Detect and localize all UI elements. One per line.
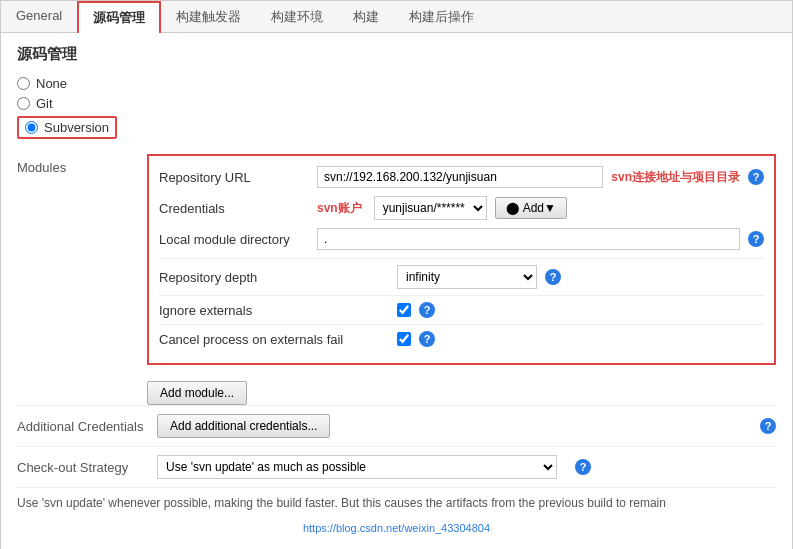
additional-credentials-section: Additional Credentials Add additional cr…	[17, 405, 776, 446]
tab-build[interactable]: 构建	[338, 1, 394, 33]
ignore-externals-checkbox[interactable]	[397, 303, 411, 317]
tab-general[interactable]: General	[1, 1, 77, 33]
repo-depth-row: Repository depth infinity empty files im…	[159, 258, 764, 295]
add-arrow-icon: ⬤	[506, 201, 519, 215]
depth-select[interactable]: infinity empty files immediates	[397, 265, 537, 289]
page-title: 源码管理	[17, 45, 776, 64]
radio-none-label: None	[36, 76, 67, 91]
radio-git[interactable]: Git	[17, 96, 776, 111]
repo-url-value: svn连接地址与项目目录	[317, 166, 740, 188]
repo-url-annotation: svn连接地址与项目目录	[611, 169, 740, 186]
credentials-select[interactable]: yunjisuan/******	[374, 196, 487, 220]
add-credentials-button[interactable]: Add additional credentials...	[157, 414, 330, 438]
ignore-externals-label: Ignore externals	[159, 303, 389, 318]
credentials-help-icon[interactable]: ?	[760, 418, 776, 434]
cancel-externals-label: Cancel process on externals fail	[159, 332, 389, 347]
radio-subversion[interactable]: Subversion	[17, 116, 117, 139]
repo-url-row: Repository URL svn连接地址与项目目录 ?	[159, 166, 764, 188]
modules-inner: Repository URL svn连接地址与项目目录 ? Credential…	[147, 154, 776, 405]
tab-source[interactable]: 源码管理	[77, 1, 161, 33]
credentials-row: Credentials svn账户 yunjisuan/****** ⬤ Add…	[159, 196, 764, 220]
tab-bar: General 源码管理 构建触发器 构建环境 构建 构建后操作	[1, 1, 792, 33]
local-dir-value	[317, 228, 740, 250]
radio-none[interactable]: None	[17, 76, 776, 91]
add-module-row: Add module...	[147, 373, 776, 405]
repo-url-help-icon[interactable]: ?	[748, 169, 764, 185]
checkout-strategy-select[interactable]: Use 'svn update' as much as possible Alw…	[157, 455, 557, 479]
additional-credentials-label: Additional Credentials	[17, 419, 147, 434]
checkout-strategy-section: Check-out Strategy Use 'svn update' as m…	[17, 446, 776, 487]
modules-box: Repository URL svn连接地址与项目目录 ? Credential…	[147, 154, 776, 365]
add-module-button[interactable]: Add module...	[147, 381, 247, 405]
source-type-group: None Git Subversion	[17, 76, 776, 144]
credentials-add-button[interactable]: ⬤ Add▼	[495, 197, 567, 219]
tab-trigger[interactable]: 构建触发器	[161, 1, 256, 33]
depth-help-icon[interactable]: ?	[545, 269, 561, 285]
content-area: 源码管理 None Git Subversion Modules	[1, 33, 792, 549]
checkout-help-icon[interactable]: ?	[575, 459, 591, 475]
modules-section-label: Modules	[17, 154, 147, 175]
cancel-externals-row: Cancel process on externals fail ?	[159, 324, 764, 353]
checkout-strategy-label: Check-out Strategy	[17, 460, 147, 475]
credentials-value: svn账户 yunjisuan/****** ⬤ Add▼	[317, 196, 764, 220]
footer-url: https://blog.csdn.net/weixin_43304804	[17, 518, 776, 538]
ignore-externals-help-icon[interactable]: ?	[419, 302, 435, 318]
repo-depth-label: Repository depth	[159, 270, 389, 285]
svn-account-annotation: svn账户	[317, 200, 362, 217]
repo-url-input[interactable]	[317, 166, 603, 188]
cancel-externals-help-icon[interactable]: ?	[419, 331, 435, 347]
repo-url-label: Repository URL	[159, 170, 309, 185]
ignore-externals-row: Ignore externals ?	[159, 295, 764, 324]
radio-git-label: Git	[36, 96, 53, 111]
cancel-externals-checkbox[interactable]	[397, 332, 411, 346]
checkout-description: Use 'svn update' whenever possible, maki…	[17, 487, 776, 518]
credentials-label: Credentials	[159, 201, 309, 216]
tab-post[interactable]: 构建后操作	[394, 1, 489, 33]
local-dir-help-icon[interactable]: ?	[748, 231, 764, 247]
radio-subversion-label: Subversion	[44, 120, 109, 135]
local-dir-label: Local module directory	[159, 232, 309, 247]
modules-outer-row: Modules Repository URL svn连接地址与项目目录 ?	[17, 154, 776, 405]
credentials-add-label: Add▼	[523, 201, 556, 215]
local-dir-row: Local module directory ?	[159, 228, 764, 250]
main-window: General 源码管理 构建触发器 构建环境 构建 构建后操作 源码管理 No…	[0, 0, 793, 549]
local-dir-input[interactable]	[317, 228, 740, 250]
tab-env[interactable]: 构建环境	[256, 1, 338, 33]
